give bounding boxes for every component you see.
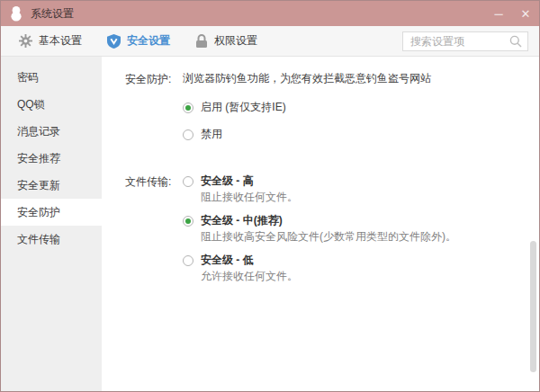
sidebar-item-message-history[interactable]: 消息记录	[1, 118, 102, 145]
gear-icon	[19, 34, 32, 48]
titlebar: 系统设置 ─ ✕	[1, 1, 539, 26]
sidebar-item-security-recommend[interactable]: 安全推荐	[1, 145, 102, 172]
option-security-high: 安全级 - 高 阻止接收任何文件。	[183, 174, 456, 204]
sidebar-item-password[interactable]: 密码	[1, 64, 102, 91]
content-panel: 安全防护: 浏览器防钓鱼功能，为您有效拦截恶意钓鱼盗号网站 启用 (暂仅支持IE…	[102, 57, 539, 391]
minimize-button[interactable]: ─	[485, 1, 512, 26]
tab-basic-settings-label: 基本设置	[39, 33, 82, 49]
radio-security-low[interactable]	[183, 255, 194, 266]
tabbar: 基本设置 安全设置 权限设置	[1, 26, 539, 57]
lock-icon	[195, 34, 208, 49]
security-medium-description: 阻止接收高安全风险文件(少数常用类型的文件除外)。	[201, 230, 456, 244]
radio-row-high[interactable]: 安全级 - 高	[183, 174, 456, 189]
tab-security-settings-label: 安全设置	[127, 33, 170, 49]
section-security-protection: 安全防护: 浏览器防钓鱼功能，为您有效拦截恶意钓鱼盗号网站 启用 (暂仅支持IE…	[125, 71, 523, 154]
radio-disable[interactable]	[183, 129, 194, 140]
anti-phishing-description: 浏览器防钓鱼功能，为您有效拦截恶意钓鱼盗号网站	[183, 71, 431, 86]
tab-basic-settings[interactable]: 基本设置	[19, 33, 82, 49]
option-security-medium: 安全级 - 中(推荐) 阻止接收高安全风险文件(少数常用类型的文件除外)。	[183, 213, 456, 244]
settings-window: 系统设置 ─ ✕ 基本设置	[0, 0, 540, 392]
section-label: 安全防护:	[125, 71, 176, 154]
search-box[interactable]	[402, 31, 528, 51]
radio-security-medium-label[interactable]: 安全级 - 中(推荐)	[201, 213, 283, 228]
shield-icon	[107, 34, 121, 49]
tab-security-settings[interactable]: 安全设置	[107, 33, 170, 49]
sidebar-item-security-protection[interactable]: 安全防护	[1, 199, 102, 226]
radio-row-low[interactable]: 安全级 - 低	[183, 253, 456, 268]
scrollbar-thumb[interactable]	[530, 241, 536, 372]
sidebar-item-security-update[interactable]: 安全更新	[1, 172, 102, 199]
option-security-low: 安全级 - 低 允许接收任何文件。	[183, 253, 456, 283]
tab-permission-settings-label: 权限设置	[214, 33, 257, 49]
sidebar: 密码 QQ锁 消息记录 安全推荐 安全更新 安全防护 文件传输	[1, 57, 102, 391]
window-title: 系统设置	[31, 6, 74, 22]
radio-security-medium[interactable]	[183, 216, 194, 227]
radio-disable-label[interactable]: 禁用	[201, 127, 222, 142]
security-low-description: 允许接收任何文件。	[201, 270, 456, 283]
radio-security-low-label[interactable]: 安全级 - 低	[201, 253, 254, 268]
close-button[interactable]: ✕	[512, 1, 539, 26]
main-area: 密码 QQ锁 消息记录 安全推荐 安全更新 安全防护 文件传输 安全防护: 浏览…	[1, 57, 539, 391]
radio-security-high-label[interactable]: 安全级 - 高	[201, 174, 254, 189]
radio-row-enable[interactable]: 启用 (暂仅支持IE)	[183, 100, 431, 115]
qq-penguin-icon	[9, 5, 24, 22]
section-file-transfer: 文件传输: 安全级 - 高 阻止接收任何文件。 安全级 - 中(推荐)	[125, 174, 523, 292]
radio-row-medium[interactable]: 安全级 - 中(推荐)	[183, 213, 456, 228]
sidebar-item-file-transfer[interactable]: 文件传输	[1, 226, 102, 253]
radio-security-high[interactable]	[183, 176, 194, 187]
radio-enable[interactable]	[183, 102, 194, 113]
tab-permission-settings[interactable]: 权限设置	[195, 33, 257, 49]
section-label: 文件传输:	[125, 174, 176, 292]
radio-enable-label[interactable]: 启用 (暂仅支持IE)	[201, 100, 286, 115]
search-icon[interactable]	[509, 35, 522, 48]
security-high-description: 阻止接收任何文件。	[201, 191, 456, 204]
radio-row-disable[interactable]: 禁用	[183, 127, 431, 142]
sidebar-item-qq-lock[interactable]: QQ锁	[1, 91, 102, 118]
search-input[interactable]	[410, 35, 509, 48]
